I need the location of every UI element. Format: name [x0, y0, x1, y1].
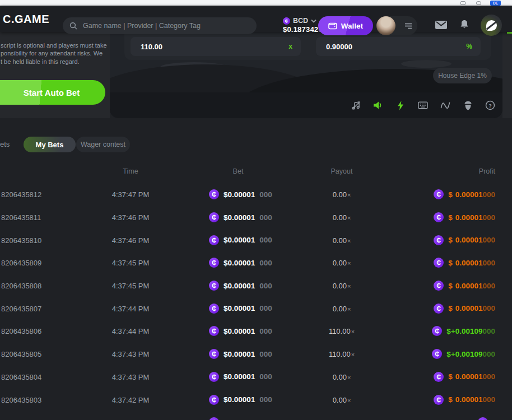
profit-tail: 000: [482, 327, 495, 335]
browser-profile-icon[interactable]: [476, 1, 481, 5]
bet-payout: 0.00×: [308, 190, 375, 199]
page-gutter: [502, 32, 512, 118]
profit-sign: $: [448, 282, 453, 290]
payout-value: 0.00: [333, 372, 347, 381]
profit-main: 0.00001: [455, 213, 483, 222]
profit-amount: $0.00001000: [448, 304, 495, 312]
bcd-coin-icon: ₵: [209, 235, 219, 245]
bet-profit: ₵ $0.00001000: [434, 395, 495, 405]
bet-amount-tail: 000: [259, 304, 272, 312]
bet-row[interactable]: 8206435805 4:37:43 PM ₵ $0.00001000 110.…: [0, 343, 512, 366]
bcd-coin-icon: ₵: [432, 326, 442, 336]
wave-icon: [440, 101, 450, 109]
payout-value: 110.00: [329, 350, 351, 358]
game-panel: 110.00 x 0.90000 % House Edge 1%: [110, 32, 502, 118]
speaker-icon: [373, 101, 383, 110]
bet-row[interactable]: 8206435804 4:37:43 PM ₵ $0.00001000 0.00…: [0, 366, 512, 389]
bcd-coin-icon: ₵: [209, 417, 219, 420]
search-input[interactable]: [82, 21, 250, 30]
hotkeys-button[interactable]: [418, 100, 428, 110]
profit-main: 0.00001: [455, 236, 483, 244]
bcd-coin-icon: ₵: [434, 235, 444, 245]
avatar[interactable]: [376, 16, 395, 35]
payout-value: 0.00: [333, 304, 347, 312]
profit-sign: $: [448, 372, 453, 381]
bet-payout: 0.00×: [308, 213, 375, 222]
bet-amount-tail: 000: [259, 259, 272, 267]
bet-profit: ₵ $0.00001000: [434, 281, 495, 291]
bet-payout: 110.00×: [308, 350, 375, 358]
site-header: C.GAME ₵ BCD $0.18734200 Wallet: [0, 6, 512, 32]
bet-row[interactable]: 8206435808 4:37:45 PM ₵ $0.00001000 0.00…: [0, 274, 512, 297]
bc-game-page: DE C.GAME ₵ BCD $0.18734200 Wallet: [0, 0, 512, 420]
bet-amount-main: $0.00001: [224, 213, 255, 222]
multiplier-symbol: ×: [347, 237, 351, 244]
profit-main: 0.00109: [455, 350, 483, 358]
bet-amount-tail: 000: [259, 213, 272, 222]
bcd-coin-icon: ₵: [434, 304, 444, 314]
bet-time: 4:37:44 PM: [97, 327, 164, 335]
profit-tail: 000: [482, 190, 495, 199]
bet-row[interactable]: ₵ ₵: [0, 411, 512, 420]
bcd-coin-icon: ₵: [434, 395, 444, 405]
profit-amount: $0.00001000: [448, 395, 495, 404]
bet-row[interactable]: 8206435811 4:37:46 PM ₵ $0.00001000 0.00…: [0, 206, 512, 229]
bet-amount-main: $0.00001: [224, 282, 255, 290]
bet-row[interactable]: 8206435809 4:37:45 PM ₵ $0.00001000 0.00…: [0, 251, 512, 274]
win-chance-input[interactable]: 0.90000 %: [316, 37, 481, 56]
bet-row[interactable]: 8206435812 4:37:47 PM ₵ $0.00001000 0.00…: [0, 183, 512, 206]
bet-row[interactable]: 8206435810 4:37:46 PM ₵ $0.00001000 0.00…: [0, 228, 512, 251]
multiplier-symbol: ×: [347, 192, 351, 198]
turbo-button[interactable]: [395, 100, 406, 110]
tab-wager-contest[interactable]: Wager contest: [76, 137, 130, 152]
bet-time: 4:37:45 PM: [97, 282, 164, 290]
bcd-coin-icon: ₵: [434, 258, 444, 268]
bet-amount: ₵ $0.00001000: [209, 349, 272, 359]
bet-amount-tail: 000: [259, 190, 272, 199]
profit-sign: $: [448, 304, 453, 312]
support-button[interactable]: [481, 15, 502, 36]
bet-row[interactable]: 8206435807 4:37:44 PM ₵ $0.00001000 0.00…: [0, 297, 512, 320]
bet-row[interactable]: 8206435803 4:37:42 PM ₵ $0.00001000 0.00…: [0, 388, 512, 411]
profit-amount: $0.00001000: [448, 190, 495, 199]
profit-main: 0.00001: [455, 395, 483, 404]
trends-button[interactable]: [440, 100, 450, 110]
autobet-warning-text: script is optional and players must take…: [1, 41, 118, 66]
extension-de-badge[interactable]: DE: [490, 1, 501, 6]
multiplier-symbol: ×: [351, 328, 355, 335]
multiplier-suffix: x: [288, 43, 292, 50]
bet-id: 8206435805: [1, 350, 41, 358]
help-button[interactable]: ?: [485, 100, 495, 110]
column-payout: Payout: [308, 167, 375, 175]
bet-payout: 110.00×: [308, 327, 375, 335]
bell-icon: [460, 20, 469, 30]
bet-profit: ₵ $0.00001000: [434, 258, 495, 268]
bet-payout: 0.00×: [308, 372, 375, 381]
tab-all-bets[interactable]: ets: [0, 140, 10, 148]
payout-value: 110.00: [329, 327, 351, 335]
start-auto-bet-button[interactable]: Start Auto Bet: [0, 80, 105, 105]
lightning-icon: [397, 101, 404, 110]
notifications-button[interactable]: [460, 20, 469, 32]
browser-chrome: DE: [0, 0, 512, 6]
bet-amount-tail: 000: [259, 282, 272, 290]
bet-time: 4:37:43 PM: [97, 350, 164, 358]
messages-button[interactable]: [435, 21, 447, 31]
browser-extension-icon[interactable]: [460, 1, 466, 5]
bcd-coin-icon: ₵: [209, 304, 219, 314]
profile-menu[interactable]: [376, 16, 417, 35]
seed-button[interactable]: [463, 100, 473, 110]
sound-on-button[interactable]: [373, 100, 383, 110]
bet-row[interactable]: 8206435806 4:37:44 PM ₵ $0.00001000 110.…: [0, 320, 512, 343]
search-bar[interactable]: [63, 17, 257, 34]
bet-time: 4:37:43 PM: [97, 372, 164, 381]
wallet-button[interactable]: Wallet: [318, 16, 373, 35]
profit-tail: 000: [482, 282, 495, 290]
music-off-button[interactable]: [351, 100, 361, 110]
profit-amount: $0.00001000: [448, 213, 495, 222]
bet-amount-main: $0.00001: [224, 372, 255, 381]
bc-game-logo[interactable]: C.GAME: [3, 13, 49, 26]
profit-main: 0.00001: [455, 304, 483, 312]
tab-my-bets[interactable]: My Bets: [24, 137, 76, 152]
payout-input[interactable]: 110.00 x: [131, 37, 301, 56]
